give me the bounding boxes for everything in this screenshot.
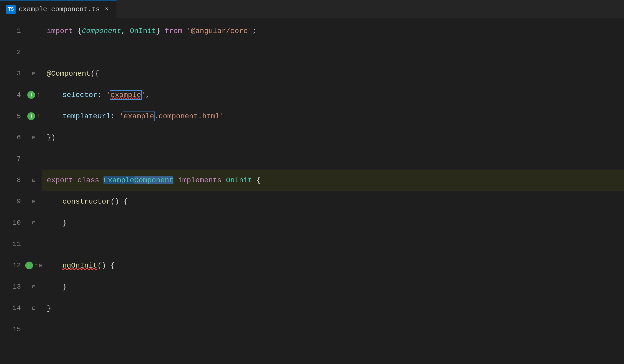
token-brace-open-3: { <box>95 70 99 78</box>
token-oninit: OnInit <box>130 27 156 35</box>
code-line-5: templateUrl : 'example.component.html' <box>42 106 624 127</box>
active-tab[interactable]: TS example_component.ts × <box>0 0 117 18</box>
fold-icon-14[interactable]: ⊟ <box>31 305 37 311</box>
token-from: from <box>165 27 182 35</box>
token-example-template: example <box>124 112 154 120</box>
gutter-11 <box>26 233 42 255</box>
token-brace-open: { <box>77 27 82 35</box>
code-content[interactable]: import { Component , OnInit } from '@ang… <box>42 18 624 364</box>
line-num-15: 15 <box>0 319 26 340</box>
fold-icon-13[interactable]: ⊟ <box>31 284 37 290</box>
editor-container: TS example_component.ts × 1 2 3 4 5 6 7 … <box>0 0 624 364</box>
gutter-6: ⊟ <box>26 127 42 148</box>
line-num-7: 7 <box>0 148 26 170</box>
code-line-6: }) <box>42 127 624 148</box>
line-num-8: 8 <box>0 170 26 191</box>
code-line-3: @Component ( { <box>42 63 624 84</box>
code-line-11 <box>42 233 624 255</box>
gutter-7 <box>26 148 42 170</box>
fold-icon-9[interactable]: ⊟ <box>31 198 37 205</box>
token-class: class <box>77 176 99 184</box>
code-line-13: } <box>42 276 624 297</box>
token-template-value: ' <box>119 112 124 120</box>
tab-bar: TS example_component.ts × <box>0 0 624 18</box>
fold-icon-6[interactable]: ⊟ <box>31 134 37 141</box>
gutter-1 <box>26 20 42 42</box>
line-num-6: 6 <box>0 127 26 148</box>
line-num-12: 12 <box>0 255 26 276</box>
gutter-9: ⊟ <box>26 191 42 212</box>
token-import: import <box>47 27 73 35</box>
code-area: 1 2 3 4 5 6 7 8 9 10 11 12 13 14 15 <box>0 18 624 364</box>
ts-file-icon: TS <box>6 5 16 14</box>
token-implements: implements <box>178 176 222 184</box>
line-num-14: 14 <box>0 297 26 319</box>
gutter-4: i ↑ <box>26 84 42 106</box>
code-line-9: constructor () { <box>42 191 624 212</box>
debug-breakpoint-5[interactable]: i <box>27 112 35 120</box>
token-example-selector: example <box>110 91 141 99</box>
tab-close-button[interactable]: × <box>103 6 110 13</box>
debug-arrow-12: ↑ <box>34 262 38 269</box>
gutter-12: i ↑ ⊟ <box>26 255 42 276</box>
token-at-component: @Component <box>47 70 90 78</box>
line-num-13: 13 <box>0 276 26 297</box>
debug-arrow-4: ↑ <box>36 91 40 99</box>
code-line-7 <box>42 148 624 170</box>
token-oninit-impl: OnInit <box>226 176 252 184</box>
code-line-15 <box>42 319 624 340</box>
token-example-class: Example <box>103 176 134 184</box>
code-line-12: ngOnInit () { <box>42 255 624 276</box>
code-line-2 <box>42 42 624 63</box>
gutter-icons: ⊟ i ↑ i ↑ ⊟ ⊟ <box>26 18 42 364</box>
token-export: export <box>47 176 73 184</box>
token-component-class: Component <box>134 176 173 184</box>
token-component: Component <box>82 27 121 35</box>
fold-icon-8[interactable]: ⊟ <box>31 177 37 183</box>
token-angular-core: '@angular/core' <box>187 27 252 35</box>
debug-breakpoint-12[interactable]: i <box>25 262 33 269</box>
code-line-10: } <box>42 212 624 233</box>
line-num-5: 5 <box>0 106 26 127</box>
token-selector-value-suffix: ' <box>141 91 145 99</box>
token-selector: selector <box>62 91 97 99</box>
gutter-15 <box>26 319 42 340</box>
code-line-1: import { Component , OnInit } from '@ang… <box>42 20 624 42</box>
line-num-11: 11 <box>0 233 26 255</box>
gutter-5: i ↑ <box>26 106 42 127</box>
fold-icon-10[interactable]: ⊟ <box>31 220 37 226</box>
debug-breakpoint-4[interactable]: i <box>27 91 35 99</box>
fold-icon-3[interactable]: ⊟ <box>31 70 37 77</box>
line-num-9: 9 <box>0 191 26 212</box>
gutter-8: ⊟ <box>26 170 42 191</box>
gutter-3: ⊟ <box>26 63 42 84</box>
line-num-2: 2 <box>0 42 26 63</box>
tab-filename: example_component.ts <box>19 5 100 13</box>
code-line-14: } <box>42 297 624 319</box>
token-ngoninit: ngOnInit <box>62 262 97 270</box>
line-numbers: 1 2 3 4 5 6 7 8 9 10 11 12 13 14 15 <box>0 18 26 364</box>
token-constructor: constructor <box>62 198 110 206</box>
line-num-1: 1 <box>0 20 26 42</box>
code-line-4: selector : 'example' , <box>42 84 624 106</box>
gutter-2 <box>26 42 42 63</box>
line-num-10: 10 <box>0 212 26 233</box>
debug-arrow-5: ↑ <box>36 112 40 120</box>
line-num-3: 3 <box>0 63 26 84</box>
code-line-8: export class ExampleComponent implements… <box>42 170 624 191</box>
line-num-4: 4 <box>0 84 26 106</box>
token-template-url: templateUrl <box>62 112 110 120</box>
gutter-10: ⊟ <box>26 212 42 233</box>
token-selector-value-prefix: ' <box>106 91 110 99</box>
gutter-13: ⊟ <box>26 276 42 297</box>
gutter-14: ⊟ <box>26 297 42 319</box>
